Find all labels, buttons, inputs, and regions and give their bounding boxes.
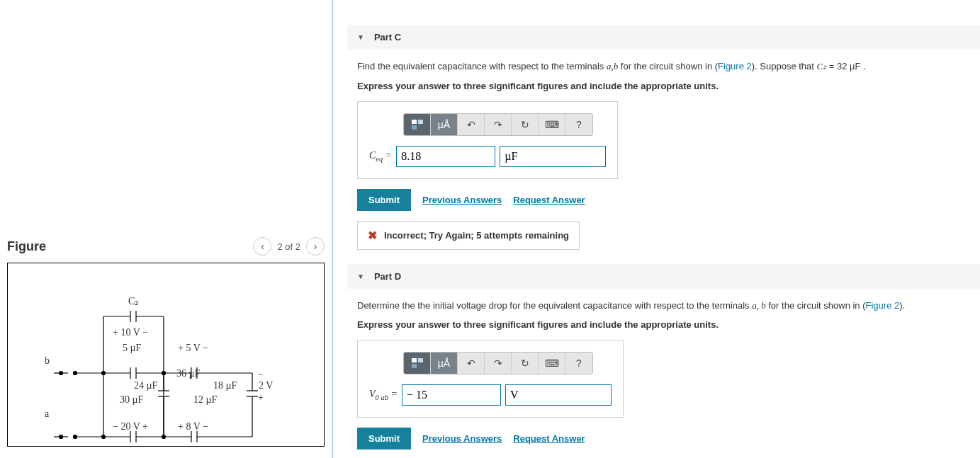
collapse-icon: ▼ bbox=[357, 273, 364, 280]
label-20v: − 20 V + bbox=[113, 421, 148, 433]
part-c-feedback-text: Incorrect; Try Again; 5 attempts remaini… bbox=[384, 230, 569, 241]
reset-button[interactable]: ↻ bbox=[512, 114, 539, 135]
label-plus: + bbox=[258, 392, 264, 403]
label-b: b bbox=[45, 355, 50, 367]
templates-button[interactable] bbox=[404, 114, 431, 135]
svg-point-36 bbox=[162, 372, 166, 375]
undo-button[interactable]: ↶ bbox=[458, 114, 485, 135]
part-d-request-answer-link[interactable]: Request Answer bbox=[513, 433, 585, 444]
label-18uf: 18 µF bbox=[213, 380, 237, 391]
part-d-title: Part D bbox=[374, 271, 401, 282]
part-c-prompt: Find the equivalent capacitance with res… bbox=[357, 59, 970, 74]
part-c-request-answer-link[interactable]: Request Answer bbox=[513, 195, 585, 205]
part-c-toolbar: µÅ ↶ ↷ ↻ ⌨ ? bbox=[403, 113, 593, 136]
part-c-feedback: ✖ Incorrect; Try Again; 5 attempts remai… bbox=[357, 221, 580, 250]
part-d-answer-label: V0 ab = bbox=[369, 389, 398, 401]
part-c-header[interactable]: ▼ Part C bbox=[347, 25, 980, 50]
redo-button[interactable]: ↷ bbox=[485, 114, 512, 135]
incorrect-icon: ✖ bbox=[368, 229, 377, 242]
figure-prev-button[interactable]: ‹ bbox=[253, 237, 271, 256]
part-d-instruction: Express your answer to three significant… bbox=[357, 319, 970, 330]
label-36uf: 36 µF bbox=[176, 368, 200, 379]
figure-nav-text: 2 of 2 bbox=[277, 241, 300, 252]
svg-point-1 bbox=[60, 372, 63, 375]
figure-pane: Figure ‹ 2 of 2 › bbox=[0, 0, 333, 458]
keyboard-button[interactable]: ⌨ bbox=[539, 353, 565, 374]
part-c: ▼ Part C Find the equivalent capacitance… bbox=[347, 25, 980, 250]
part-d-prev-answers-link[interactable]: Previous Answers bbox=[422, 433, 502, 444]
svg-point-37 bbox=[162, 435, 166, 439]
svg-rect-43 bbox=[412, 120, 417, 124]
part-d-units-input[interactable] bbox=[505, 384, 612, 406]
label-8v: + 8 V − bbox=[178, 421, 208, 433]
part-d-toolbar: µÅ ↶ ↷ ↻ ⌨ ? bbox=[403, 352, 593, 374]
svg-rect-46 bbox=[412, 358, 417, 362]
undo-button[interactable]: ↶ bbox=[458, 353, 485, 374]
units-button[interactable]: µÅ bbox=[431, 353, 458, 374]
part-c-prev-answers-link[interactable]: Previous Answers bbox=[422, 195, 502, 205]
label-5uf: 5 µF bbox=[123, 343, 141, 354]
svg-rect-44 bbox=[418, 120, 423, 124]
help-button[interactable]: ? bbox=[565, 114, 592, 135]
label-10v: + 10 V − bbox=[113, 327, 148, 338]
label-30uf: 30 µF bbox=[120, 394, 143, 406]
svg-point-42 bbox=[102, 435, 106, 439]
part-d-value-input[interactable] bbox=[402, 384, 501, 406]
part-c-answer-box: µÅ ↶ ↷ ↻ ⌨ ? Ceq = bbox=[357, 101, 618, 179]
collapse-icon: ▼ bbox=[357, 33, 364, 41]
figure-nav: ‹ 2 of 2 › bbox=[253, 237, 325, 256]
help-button[interactable]: ? bbox=[565, 353, 592, 374]
svg-point-39 bbox=[60, 435, 63, 439]
figure-2-link[interactable]: Figure 2 bbox=[866, 300, 900, 311]
redo-button[interactable]: ↷ bbox=[485, 353, 512, 374]
units-button[interactable]: µÅ bbox=[431, 114, 458, 135]
label-24uf: 24 µF bbox=[134, 380, 157, 391]
svg-rect-45 bbox=[412, 125, 417, 130]
svg-rect-47 bbox=[418, 358, 423, 362]
part-c-submit-button[interactable]: Submit bbox=[357, 189, 411, 211]
svg-rect-48 bbox=[412, 364, 417, 368]
part-c-value-input[interactable] bbox=[396, 146, 495, 167]
label-2v: 2 V bbox=[259, 380, 273, 391]
part-c-instruction: Express your answer to three significant… bbox=[357, 81, 970, 91]
part-d-header[interactable]: ▼ Part D bbox=[347, 264, 980, 289]
part-d: ▼ Part D Determine the the initial volta… bbox=[347, 264, 980, 450]
keyboard-button[interactable]: ⌨ bbox=[539, 114, 565, 135]
label-c2: C₂ bbox=[128, 295, 139, 307]
figure-next-button[interactable]: › bbox=[306, 237, 325, 256]
svg-point-35 bbox=[102, 372, 106, 375]
part-c-answer-label: Ceq = bbox=[369, 150, 392, 163]
part-d-prompt: Determine the the initial voltage drop f… bbox=[357, 299, 970, 313]
figure-box: C₂ + 10 V − 5 µF + 5 V − 36 µF 24 µF 18 … bbox=[7, 263, 325, 447]
label-5v: + 5 V − bbox=[178, 343, 208, 354]
part-d-submit-button[interactable]: Submit bbox=[357, 428, 411, 450]
figure-2-link[interactable]: Figure 2 bbox=[718, 61, 752, 71]
reset-button[interactable]: ↻ bbox=[512, 353, 539, 374]
circuit-diagram: C₂ + 10 V − 5 µF + 5 V − 36 µF 24 µF 18 … bbox=[15, 270, 317, 439]
figure-title: Figure bbox=[7, 239, 46, 254]
part-c-title: Part C bbox=[374, 32, 401, 42]
part-c-units-input[interactable] bbox=[500, 146, 606, 167]
label-minus: − bbox=[258, 370, 264, 381]
label-12uf: 12 µF bbox=[193, 394, 217, 406]
templates-button[interactable] bbox=[404, 353, 431, 374]
label-a: a bbox=[45, 408, 49, 420]
question-pane: ▼ Part C Find the equivalent capacitance… bbox=[333, 0, 980, 458]
part-d-answer-box: µÅ ↶ ↷ ↻ ⌨ ? V0 ab = bbox=[357, 340, 624, 418]
